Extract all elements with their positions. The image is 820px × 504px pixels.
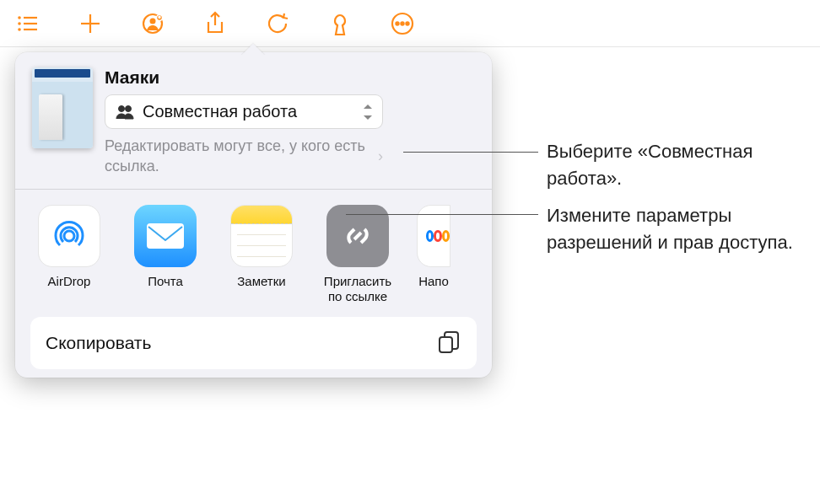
share-app-notes[interactable]: Заметки	[224, 205, 299, 306]
collaboration-mode-select[interactable]: Совместная работа	[105, 94, 383, 129]
mail-icon	[134, 205, 197, 267]
app-label: Заметки	[237, 274, 285, 290]
share-app-reminders[interactable]: Напо	[417, 205, 450, 306]
permissions-row[interactable]: Редактировать могут все, у кого есть ссы…	[105, 136, 383, 177]
share-header-info: Маяки Совместная работа Редактировать мо…	[105, 67, 475, 177]
callout-line	[346, 214, 538, 215]
notes-icon	[230, 205, 293, 267]
svg-point-14	[406, 22, 408, 24]
copy-icon	[436, 330, 461, 356]
svg-point-9	[150, 18, 156, 24]
document-thumbnail	[32, 67, 93, 148]
svg-point-4	[18, 28, 21, 31]
share-apps-row: AirDrop Почта Заметки Пригласить по ссыл…	[15, 190, 492, 318]
app-label: Пригласить по ссылке	[324, 274, 391, 306]
svg-rect-18	[147, 223, 184, 249]
popover-arrow	[243, 44, 263, 54]
svg-rect-19	[440, 337, 452, 352]
collaborate-icon[interactable]	[140, 11, 165, 36]
svg-point-15	[119, 105, 125, 111]
svg-point-2	[18, 22, 21, 25]
share-app-mail[interactable]: Почта	[128, 205, 202, 306]
share-app-airdrop[interactable]: AirDrop	[32, 205, 106, 306]
format-icon[interactable]	[327, 11, 353, 36]
callout-text-1: Выберите «Совместная работа».	[547, 138, 808, 192]
share-icon[interactable]	[202, 11, 228, 36]
toolbar	[0, 0, 820, 47]
updown-chevron-icon	[362, 104, 374, 121]
add-icon[interactable]	[78, 11, 103, 36]
share-popover: Маяки Совместная работа Редактировать мо…	[15, 52, 492, 378]
share-header: Маяки Совместная работа Редактировать мо…	[15, 67, 492, 190]
permissions-text: Редактировать могут все, у кого есть ссы…	[105, 136, 375, 177]
svg-point-0	[18, 16, 21, 19]
mode-label: Совместная работа	[143, 102, 353, 121]
app-label: AirDrop	[48, 274, 91, 290]
airdrop-icon	[38, 205, 100, 267]
app-label: Напо	[418, 274, 449, 290]
svg-point-13	[401, 22, 403, 24]
document-title: Маяки	[105, 67, 475, 88]
list-icon[interactable]	[15, 11, 40, 36]
people-icon	[116, 105, 134, 120]
undo-icon[interactable]	[265, 11, 290, 36]
svg-point-17	[64, 231, 74, 241]
svg-point-12	[396, 22, 398, 24]
copy-label: Скопировать	[46, 333, 436, 353]
more-icon[interactable]	[390, 11, 415, 36]
app-label: Почта	[148, 274, 183, 290]
svg-point-16	[126, 105, 132, 111]
share-app-invite-link[interactable]: Пригласить по ссылке	[321, 205, 395, 306]
callout-line	[403, 152, 538, 153]
copy-action[interactable]: Скопировать	[30, 317, 477, 369]
callout-text-2: Измените параметры разрешений и прав дос…	[547, 202, 808, 256]
chevron-right-icon: ›	[378, 146, 383, 166]
